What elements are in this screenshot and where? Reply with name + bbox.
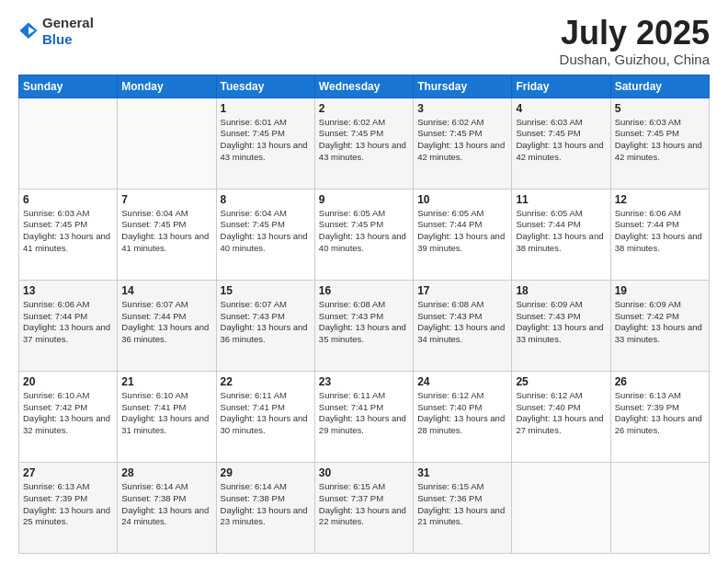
- day-info: Sunrise: 6:05 AM Sunset: 7:44 PM Dayligh…: [417, 208, 507, 255]
- col-thursday: Thursday: [414, 75, 512, 98]
- day-number: 18: [516, 284, 606, 297]
- calendar-header-row: Sunday Monday Tuesday Wednesday Thursday…: [19, 75, 710, 98]
- calendar-cell: [118, 98, 216, 189]
- calendar-cell: 3Sunrise: 6:02 AM Sunset: 7:45 PM Daylig…: [414, 98, 512, 189]
- calendar-cell: 15Sunrise: 6:07 AM Sunset: 7:43 PM Dayli…: [216, 280, 314, 371]
- col-sunday: Sunday: [19, 75, 118, 98]
- calendar-week-4: 20Sunrise: 6:10 AM Sunset: 7:42 PM Dayli…: [19, 371, 710, 462]
- logo-icon: [18, 21, 39, 41]
- header: General Blue July 2025 Dushan, Guizhou, …: [18, 15, 710, 67]
- day-number: 27: [23, 466, 113, 479]
- day-info: Sunrise: 6:02 AM Sunset: 7:45 PM Dayligh…: [417, 117, 507, 164]
- day-info: Sunrise: 6:02 AM Sunset: 7:45 PM Dayligh…: [319, 117, 409, 164]
- calendar-cell: [19, 98, 118, 189]
- day-number: 13: [23, 284, 113, 297]
- calendar-cell: 29Sunrise: 6:14 AM Sunset: 7:38 PM Dayli…: [216, 462, 314, 553]
- day-number: 26: [615, 375, 705, 388]
- day-number: 31: [417, 466, 507, 479]
- day-number: 24: [417, 375, 507, 388]
- calendar-cell: 30Sunrise: 6:15 AM Sunset: 7:37 PM Dayli…: [314, 462, 413, 553]
- day-number: 11: [516, 193, 606, 206]
- title-block: July 2025 Dushan, Guizhou, China: [560, 15, 710, 67]
- calendar-cell: 13Sunrise: 6:06 AM Sunset: 7:44 PM Dayli…: [19, 280, 118, 371]
- day-number: 2: [319, 102, 409, 115]
- col-friday: Friday: [512, 75, 610, 98]
- calendar-cell: 11Sunrise: 6:05 AM Sunset: 7:44 PM Dayli…: [512, 189, 610, 280]
- calendar-cell: 24Sunrise: 6:12 AM Sunset: 7:40 PM Dayli…: [414, 371, 512, 462]
- day-info: Sunrise: 6:12 AM Sunset: 7:40 PM Dayligh…: [516, 390, 606, 437]
- day-number: 8: [221, 193, 311, 206]
- col-saturday: Saturday: [610, 75, 709, 98]
- calendar-cell: 25Sunrise: 6:12 AM Sunset: 7:40 PM Dayli…: [512, 371, 610, 462]
- calendar-cell: 21Sunrise: 6:10 AM Sunset: 7:41 PM Dayli…: [118, 371, 216, 462]
- day-info: Sunrise: 6:11 AM Sunset: 7:41 PM Dayligh…: [319, 390, 409, 437]
- day-number: 23: [319, 375, 409, 388]
- calendar-cell: 22Sunrise: 6:11 AM Sunset: 7:41 PM Dayli…: [216, 371, 314, 462]
- day-number: 25: [516, 375, 606, 388]
- day-number: 4: [516, 102, 606, 115]
- calendar-cell: 7Sunrise: 6:04 AM Sunset: 7:45 PM Daylig…: [118, 189, 216, 280]
- calendar-cell: 28Sunrise: 6:14 AM Sunset: 7:38 PM Dayli…: [118, 462, 216, 553]
- day-number: 22: [221, 375, 311, 388]
- day-info: Sunrise: 6:05 AM Sunset: 7:44 PM Dayligh…: [516, 208, 606, 255]
- day-number: 28: [121, 466, 211, 479]
- day-number: 19: [615, 284, 705, 297]
- col-tuesday: Tuesday: [216, 75, 314, 98]
- day-info: Sunrise: 6:10 AM Sunset: 7:41 PM Dayligh…: [121, 390, 211, 437]
- day-info: Sunrise: 6:03 AM Sunset: 7:45 PM Dayligh…: [23, 208, 113, 255]
- day-number: 29: [221, 466, 311, 479]
- calendar-cell: 5Sunrise: 6:03 AM Sunset: 7:45 PM Daylig…: [610, 98, 709, 189]
- calendar-cell: 27Sunrise: 6:13 AM Sunset: 7:39 PM Dayli…: [19, 462, 118, 553]
- day-info: Sunrise: 6:07 AM Sunset: 7:44 PM Dayligh…: [121, 299, 211, 346]
- day-info: Sunrise: 6:10 AM Sunset: 7:42 PM Dayligh…: [23, 390, 113, 437]
- day-number: 3: [417, 102, 507, 115]
- day-info: Sunrise: 6:09 AM Sunset: 7:42 PM Dayligh…: [615, 299, 705, 346]
- calendar-cell: 18Sunrise: 6:09 AM Sunset: 7:43 PM Dayli…: [512, 280, 610, 371]
- day-info: Sunrise: 6:09 AM Sunset: 7:43 PM Dayligh…: [516, 299, 606, 346]
- calendar-cell: 9Sunrise: 6:05 AM Sunset: 7:45 PM Daylig…: [314, 189, 413, 280]
- calendar-week-2: 6Sunrise: 6:03 AM Sunset: 7:45 PM Daylig…: [19, 189, 710, 280]
- calendar-cell: 19Sunrise: 6:09 AM Sunset: 7:42 PM Dayli…: [610, 280, 709, 371]
- day-number: 1: [221, 102, 311, 115]
- day-info: Sunrise: 6:08 AM Sunset: 7:43 PM Dayligh…: [319, 299, 409, 346]
- page: General Blue July 2025 Dushan, Guizhou, …: [0, 0, 728, 563]
- day-number: 12: [615, 193, 705, 206]
- calendar-cell: 14Sunrise: 6:07 AM Sunset: 7:44 PM Dayli…: [118, 280, 216, 371]
- location: Dushan, Guizhou, China: [560, 52, 710, 67]
- day-number: 16: [319, 284, 409, 297]
- day-info: Sunrise: 6:14 AM Sunset: 7:38 PM Dayligh…: [221, 481, 311, 528]
- calendar-cell: 31Sunrise: 6:15 AM Sunset: 7:36 PM Dayli…: [414, 462, 512, 553]
- calendar-cell: [610, 462, 709, 553]
- calendar-cell: 20Sunrise: 6:10 AM Sunset: 7:42 PM Dayli…: [19, 371, 118, 462]
- day-info: Sunrise: 6:13 AM Sunset: 7:39 PM Dayligh…: [615, 390, 705, 437]
- calendar-cell: 12Sunrise: 6:06 AM Sunset: 7:44 PM Dayli…: [610, 189, 709, 280]
- day-number: 30: [319, 466, 409, 479]
- day-number: 7: [121, 193, 211, 206]
- day-number: 17: [417, 284, 507, 297]
- calendar-week-5: 27Sunrise: 6:13 AM Sunset: 7:39 PM Dayli…: [19, 462, 710, 553]
- calendar-cell: 23Sunrise: 6:11 AM Sunset: 7:41 PM Dayli…: [314, 371, 413, 462]
- day-info: Sunrise: 6:06 AM Sunset: 7:44 PM Dayligh…: [23, 299, 113, 346]
- day-info: Sunrise: 6:12 AM Sunset: 7:40 PM Dayligh…: [417, 390, 507, 437]
- day-info: Sunrise: 6:03 AM Sunset: 7:45 PM Dayligh…: [516, 117, 606, 164]
- calendar-week-3: 13Sunrise: 6:06 AM Sunset: 7:44 PM Dayli…: [19, 280, 710, 371]
- calendar-cell: 1Sunrise: 6:01 AM Sunset: 7:45 PM Daylig…: [216, 98, 314, 189]
- day-info: Sunrise: 6:06 AM Sunset: 7:44 PM Dayligh…: [615, 208, 705, 255]
- logo: General Blue: [18, 15, 94, 48]
- calendar-cell: 2Sunrise: 6:02 AM Sunset: 7:45 PM Daylig…: [314, 98, 413, 189]
- day-info: Sunrise: 6:14 AM Sunset: 7:38 PM Dayligh…: [121, 481, 211, 528]
- day-info: Sunrise: 6:01 AM Sunset: 7:45 PM Dayligh…: [221, 117, 311, 164]
- day-number: 20: [23, 375, 113, 388]
- day-number: 5: [615, 102, 705, 115]
- logo-text: General Blue: [42, 15, 94, 48]
- calendar-cell: 4Sunrise: 6:03 AM Sunset: 7:45 PM Daylig…: [512, 98, 610, 189]
- col-wednesday: Wednesday: [314, 75, 413, 98]
- day-info: Sunrise: 6:04 AM Sunset: 7:45 PM Dayligh…: [221, 208, 311, 255]
- calendar-cell: 6Sunrise: 6:03 AM Sunset: 7:45 PM Daylig…: [19, 189, 118, 280]
- day-number: 21: [121, 375, 211, 388]
- day-info: Sunrise: 6:15 AM Sunset: 7:36 PM Dayligh…: [417, 481, 507, 528]
- day-number: 10: [417, 193, 507, 206]
- day-number: 14: [121, 284, 211, 297]
- calendar-cell: 17Sunrise: 6:08 AM Sunset: 7:43 PM Dayli…: [414, 280, 512, 371]
- day-number: 15: [221, 284, 311, 297]
